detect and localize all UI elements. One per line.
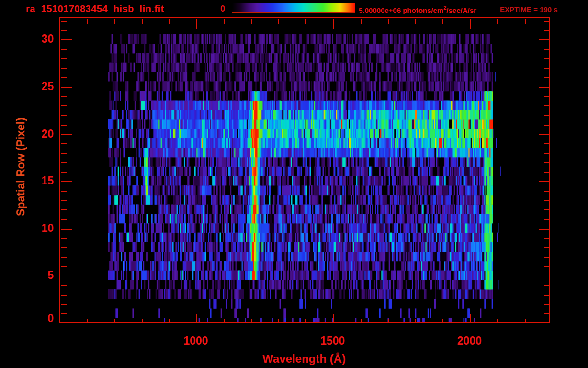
axis-tick: [305, 319, 306, 323]
axis-tick: [224, 319, 225, 323]
axis-tick: [544, 58, 550, 59]
axis-tick: [544, 247, 550, 248]
axis-tick: [544, 68, 550, 69]
axis-tick: [61, 181, 72, 182]
axis-tick: [544, 313, 550, 314]
axis-tick: [544, 238, 550, 239]
axis-tick: [442, 19, 443, 24]
axis-tick: [61, 295, 67, 296]
axis-tick: [251, 319, 252, 323]
axis-tick: [544, 285, 550, 286]
axis-tick: [333, 19, 334, 29]
axis-tick: [61, 125, 67, 126]
axis-tick: [251, 19, 252, 24]
axis-tick: [544, 105, 550, 106]
x-tick-label: 1000: [170, 334, 222, 347]
axis-tick: [544, 125, 550, 126]
colorbar-units-sup: 2: [443, 5, 446, 11]
axis-tick: [196, 19, 197, 29]
axis-tick: [539, 181, 550, 182]
axis-tick: [525, 319, 526, 323]
x-tick-label: 2000: [443, 334, 496, 347]
axis-tick: [61, 285, 67, 286]
axis-tick: [61, 209, 67, 210]
colorbar-gradient: [232, 3, 355, 13]
axis-tick: [305, 19, 306, 24]
axis-tick: [470, 314, 471, 323]
axis-tick: [61, 96, 67, 97]
axis-tick: [142, 319, 143, 323]
axis-tick: [61, 77, 67, 78]
axis-tick: [61, 257, 67, 258]
axis-tick: [544, 257, 550, 258]
y-tick-label: 5: [25, 269, 54, 282]
axis-tick: [361, 319, 362, 323]
axis-tick: [539, 276, 550, 276]
axis-tick: [61, 191, 67, 192]
y-tick-label: 15: [25, 174, 54, 187]
axis-tick: [61, 21, 67, 22]
axis-tick: [61, 153, 67, 154]
axis-tick: [544, 219, 550, 220]
axis-tick: [61, 134, 72, 135]
axis-tick: [361, 19, 362, 24]
axis-tick: [497, 19, 498, 24]
y-tick-label: 20: [25, 127, 54, 140]
axis-tick: [61, 219, 67, 220]
axis-tick: [61, 247, 67, 248]
y-tick-label: 25: [25, 80, 54, 93]
axis-tick: [61, 266, 67, 267]
axis-tick: [196, 314, 197, 323]
spectral-heatmap-image: [60, 18, 549, 322]
x-tick-label: 1500: [306, 334, 359, 347]
axis-tick: [278, 319, 279, 323]
axis-tick: [61, 172, 67, 172]
axis-tick: [61, 304, 67, 305]
axis-tick: [544, 153, 550, 154]
axis-tick: [169, 319, 170, 323]
axis-tick: [539, 87, 550, 88]
axis-tick: [442, 319, 443, 323]
axis-tick: [333, 314, 334, 323]
axis-tick: [544, 21, 550, 22]
axis-tick: [544, 191, 550, 192]
axis-tick: [114, 19, 115, 24]
axis-tick: [544, 304, 550, 305]
y-tick-label: 0: [25, 312, 54, 325]
axis-tick: [539, 134, 550, 135]
colorbar-units-post: /sec/A/sr: [446, 6, 476, 14]
colorbar-max-units-label: 5.00000e+06 photons/cm2/sec/A/sr: [359, 5, 476, 14]
axis-tick: [61, 87, 72, 88]
axis-tick: [278, 19, 279, 24]
axis-tick: [544, 162, 550, 163]
axis-tick: [544, 172, 550, 172]
axis-tick: [61, 58, 67, 59]
axis-tick: [61, 39, 72, 40]
axis-tick: [544, 77, 550, 78]
plot-frame: [59, 17, 550, 323]
axis-tick: [544, 266, 550, 267]
x-axis-title: Wavelength (Å): [232, 352, 376, 366]
axis-tick: [388, 319, 389, 323]
axis-tick: [544, 96, 550, 97]
axis-tick: [61, 200, 67, 201]
axis-tick: [470, 19, 471, 29]
y-axis-title: Spatial Row (Pixel): [14, 95, 29, 239]
axis-tick: [61, 105, 67, 106]
y-tick-label: 10: [25, 222, 54, 235]
axis-tick: [497, 319, 498, 323]
quicklook-window: ra_151017083454_hisb_lin.fit 0 5.00000e+…: [0, 0, 588, 368]
axis-tick: [61, 115, 67, 116]
axis-tick: [224, 19, 225, 24]
axis-tick: [61, 143, 67, 144]
axis-tick: [544, 30, 550, 31]
axis-tick: [415, 319, 416, 323]
axis-tick: [544, 295, 550, 296]
colorbar-units-pre: photons/cm: [403, 6, 443, 14]
axis-tick: [61, 68, 67, 69]
axis-tick: [61, 238, 67, 239]
axis-tick: [87, 319, 88, 323]
axis-tick: [539, 229, 550, 230]
axis-tick: [61, 229, 72, 230]
axis-tick: [525, 19, 526, 24]
